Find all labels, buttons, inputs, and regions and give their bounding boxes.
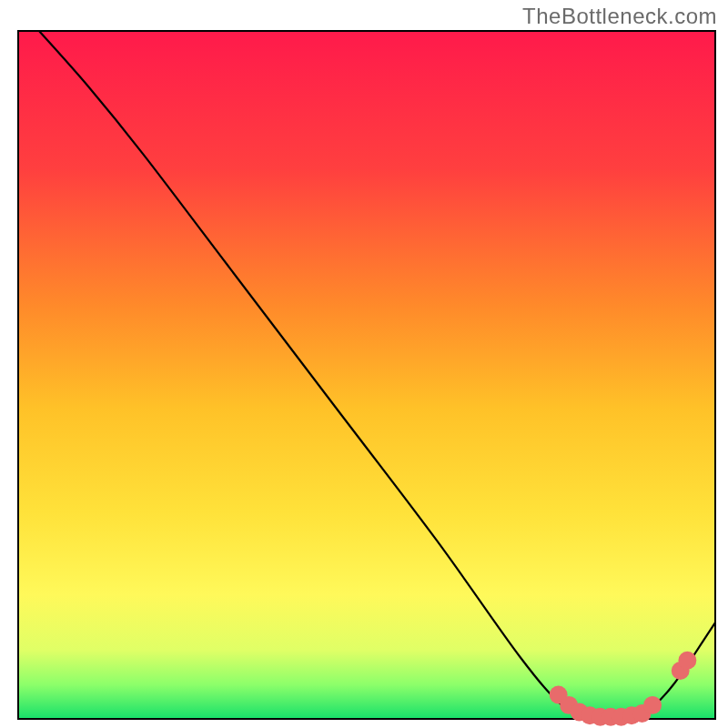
plot-background — [18, 31, 715, 719]
curve-marker — [643, 696, 662, 714]
bottleneck-chart — [0, 0, 728, 728]
curve-marker — [678, 652, 696, 670]
chart-container: TheBottleneck.com — [0, 0, 728, 728]
watermark-text: TheBottleneck.com — [522, 4, 717, 29]
